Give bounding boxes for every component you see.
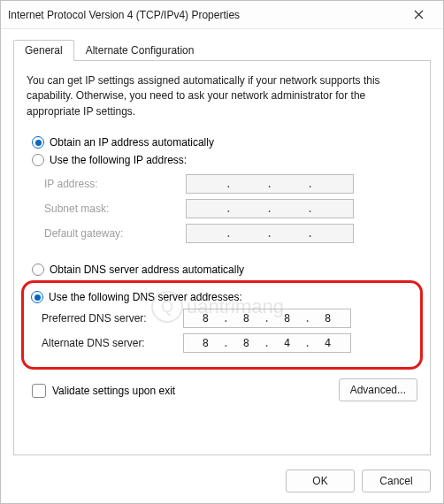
advanced-row: Advanced... [27,378,417,401]
field-alternate-dns: Alternate DNS server: 8. 8. 4. 4 [42,333,413,353]
titlebar: Internet Protocol Version 4 (TCP/IPv4) P… [1,1,443,29]
radio-obtain-dns-auto[interactable]: Obtain DNS server address automatically [32,263,417,276]
content-area: General Alternate Configuration Q uantri… [1,29,443,461]
radio-obtain-ip-auto[interactable]: Obtain an IP address automatically [32,136,417,149]
properties-window: Internet Protocol Version 4 (TCP/IPv4) P… [0,0,444,504]
tab-alternate-configuration[interactable]: Alternate Configuration [74,40,206,61]
radio-icon [32,154,44,166]
window-title: Internet Protocol Version 4 (TCP/IPv4) P… [8,9,401,21]
radio-label: Use the following DNS server addresses: [49,291,242,303]
radio-icon [31,291,43,303]
field-label: Subnet mask: [44,202,186,215]
field-default-gateway: Default gateway: . . . [44,224,417,243]
ip-fields-group: IP address: . . . Subnet mask: . . . [27,169,417,248]
preferred-dns-input[interactable]: 8. 8. 8. 8 [183,309,351,328]
tab-strip: General Alternate Configuration [13,38,431,61]
field-label: Alternate DNS server: [42,337,183,349]
radio-label: Use the following IP address: [50,154,187,166]
field-label: Default gateway: [44,227,186,240]
ip-address-input: . . . [186,174,354,194]
tab-panel-general: Q uantrimang You can get IP settings ass… [13,60,431,455]
subnet-mask-input: . . . [186,199,354,218]
tab-general[interactable]: General [13,40,74,61]
radio-label: Obtain an IP address automatically [50,136,214,149]
field-preferred-dns: Preferred DNS server: 8. 8. 8. 8 [42,309,413,328]
radio-label: Obtain DNS server address automatically [50,263,244,276]
default-gateway-input: . . . [186,224,354,243]
field-subnet-mask: Subnet mask: . . . [44,199,417,218]
field-label: IP address: [44,178,186,190]
radio-icon [32,263,44,276]
close-button[interactable] [401,3,436,27]
advanced-button[interactable]: Advanced... [339,378,417,401]
field-ip-address: IP address: . . . [44,174,417,194]
radio-use-ip-manual[interactable]: Use the following IP address: [32,154,417,166]
dns-highlight-box: Use the following DNS server addresses: … [21,280,423,370]
alternate-dns-input[interactable]: 8. 8. 4. 4 [183,333,351,353]
field-label: Preferred DNS server: [42,312,183,325]
radio-icon [32,136,44,149]
dialog-button-bar: OK Cancel [1,461,443,503]
description-text: You can get IP settings assigned automat… [27,73,417,119]
radio-use-dns-manual[interactable]: Use the following DNS server addresses: [31,291,413,303]
cancel-button[interactable]: Cancel [362,470,431,493]
close-icon [414,10,424,19]
ok-button[interactable]: OK [286,470,355,493]
